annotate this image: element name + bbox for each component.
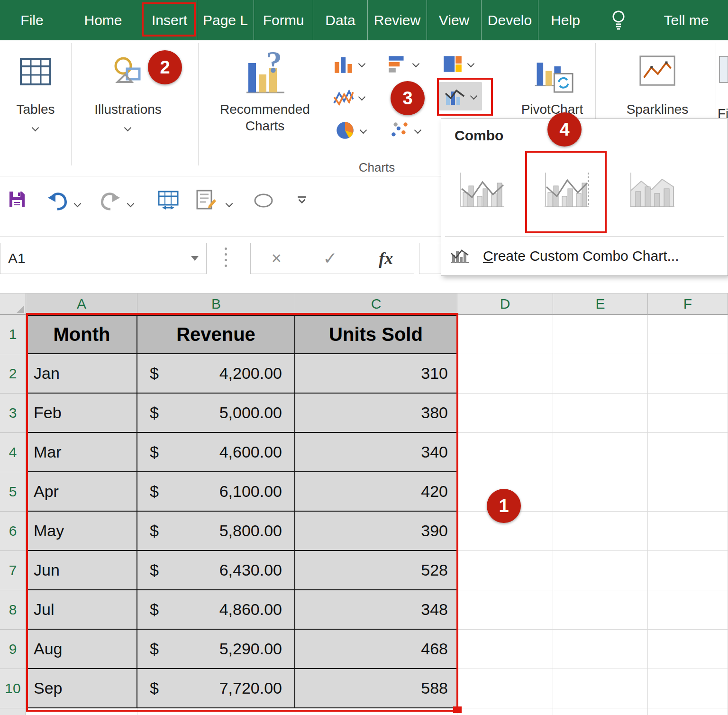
combo-option-stacked-area-clustered-column[interactable] (624, 166, 679, 216)
cell-revenue[interactable]: $4,600.00 (137, 433, 295, 472)
empty-cell[interactable] (457, 394, 553, 433)
empty-cell[interactable] (553, 512, 648, 551)
redo-dropdown[interactable] (128, 201, 133, 206)
form-button[interactable] (194, 189, 217, 212)
cell-revenue[interactable]: $4,860.00 (137, 590, 295, 630)
cell-month[interactable]: Apr (26, 472, 137, 512)
sparklines-button[interactable]: Sparklines (598, 45, 717, 118)
column-header-a[interactable]: A (26, 293, 137, 315)
empty-cell[interactable] (457, 433, 553, 472)
cell-month[interactable]: Jan (26, 354, 137, 394)
empty-cell[interactable] (553, 472, 648, 512)
row-header-8[interactable]: 8 (0, 590, 26, 630)
row-header-7[interactable]: 7 (0, 551, 26, 590)
undo-button[interactable] (46, 190, 69, 213)
cell-revenue[interactable]: $5,000.00 (137, 394, 295, 433)
tab-home[interactable]: Home (64, 0, 142, 40)
cell-month[interactable]: Feb (26, 394, 137, 433)
customize-quick-access-button[interactable] (296, 195, 308, 207)
formula-bar-resize-handle[interactable] (225, 248, 227, 267)
tab-page-layout[interactable]: Page L (197, 0, 254, 40)
redo-button[interactable] (99, 190, 121, 213)
empty-cell[interactable] (457, 630, 553, 669)
empty-cell[interactable] (648, 512, 728, 551)
cancel-icon[interactable]: × (272, 248, 282, 268)
cell-revenue[interactable]: $7,720.00 (137, 669, 295, 708)
cell-units[interactable]: 528 (295, 551, 457, 590)
insert-pie-chart-button[interactable] (334, 119, 367, 141)
cell-units[interactable]: 588 (295, 669, 457, 708)
oval-shape-button[interactable] (253, 192, 274, 211)
empty-cell[interactable] (648, 551, 728, 590)
empty-cell[interactable] (457, 669, 553, 708)
column-header-e[interactable]: E (553, 293, 648, 315)
cell-month[interactable]: May (26, 512, 137, 551)
insert-hierarchy-chart-button[interactable] (442, 53, 474, 75)
cell-units[interactable]: 380 (295, 394, 457, 433)
pivotchart-button[interactable]: PivotChart (508, 45, 596, 118)
tables-button[interactable]: Tables (4, 45, 67, 131)
combo-option-clustered-column-line-secondary-axis[interactable] (538, 166, 593, 216)
row-header-5[interactable]: 5 (0, 472, 26, 512)
empty-cell[interactable] (648, 433, 728, 472)
select-all-corner[interactable] (0, 293, 26, 315)
insert-column-chart-button[interactable] (333, 53, 365, 75)
empty-cell[interactable] (648, 630, 728, 669)
tab-tell-me[interactable]: Tell me (645, 0, 728, 40)
cell-units[interactable]: 348 (295, 590, 457, 630)
cell-units[interactable]: 468 (295, 630, 457, 669)
column-header-b[interactable]: B (137, 293, 295, 315)
empty-cell[interactable] (648, 315, 728, 354)
column-header-c[interactable]: C (295, 293, 457, 315)
empty-cell[interactable] (648, 472, 728, 512)
empty-cell[interactable] (553, 590, 648, 630)
cell-revenue[interactable]: $5,800.00 (137, 512, 295, 551)
cell-month[interactable]: Mar (26, 433, 137, 472)
empty-cell[interactable] (553, 433, 648, 472)
table-header-month[interactable]: Month (26, 315, 137, 354)
empty-cell[interactable] (457, 315, 553, 354)
row-header-3[interactable]: 3 (0, 394, 26, 433)
column-header-f[interactable]: F (648, 293, 728, 315)
row-header-10[interactable]: 10 (0, 669, 26, 708)
empty-cell[interactable] (648, 590, 728, 630)
tab-formulas[interactable]: Formu (254, 0, 313, 40)
tab-file[interactable]: File (0, 0, 64, 40)
name-box-dropdown-icon[interactable] (191, 256, 199, 261)
row-header-2[interactable]: 2 (0, 354, 26, 394)
insert-scatter-chart-button[interactable] (389, 119, 421, 141)
cell-revenue[interactable]: $5,290.00 (137, 630, 295, 669)
lightbulb-icon[interactable] (592, 0, 645, 40)
empty-cell[interactable] (457, 551, 553, 590)
tab-review[interactable]: Review (367, 0, 427, 40)
create-custom-combo-chart-item[interactable]: Create Custom Combo Chart... (446, 241, 723, 271)
empty-cell[interactable] (553, 551, 648, 590)
cell-month[interactable]: Jul (26, 590, 137, 630)
save-button[interactable] (7, 189, 27, 211)
undo-dropdown[interactable] (75, 201, 80, 206)
enter-icon[interactable]: ✓ (323, 248, 337, 268)
insert-combo-chart-button[interactable] (439, 82, 482, 110)
tab-developer[interactable]: Develo (481, 0, 538, 40)
empty-cell[interactable] (553, 630, 648, 669)
cell-month[interactable]: Sep (26, 669, 137, 708)
row-header-9[interactable]: 9 (0, 630, 26, 669)
cell-units[interactable]: 310 (295, 354, 457, 394)
table-header-units-sold[interactable]: Units Sold (295, 315, 457, 354)
row-header-4[interactable]: 4 (0, 433, 26, 472)
insert-line-chart-button[interactable] (333, 86, 365, 108)
recommended-charts-button[interactable]: ? Recommended Charts (203, 45, 327, 134)
tab-view[interactable]: View (427, 0, 481, 40)
insert-function-icon[interactable]: fx (379, 248, 393, 268)
table-header-revenue[interactable]: Revenue (137, 315, 295, 354)
cell-revenue[interactable]: $6,100.00 (137, 472, 295, 512)
empty-cell[interactable] (648, 354, 728, 394)
empty-cell[interactable] (648, 669, 728, 708)
cell-revenue[interactable]: $4,200.00 (137, 354, 295, 394)
name-box[interactable]: A1 (0, 243, 207, 274)
cell-units[interactable]: 340 (295, 433, 457, 472)
tab-data[interactable]: Data (313, 0, 367, 40)
tab-help[interactable]: Help (538, 0, 592, 40)
empty-cell[interactable] (457, 590, 553, 630)
column-header-d[interactable]: D (457, 293, 553, 315)
